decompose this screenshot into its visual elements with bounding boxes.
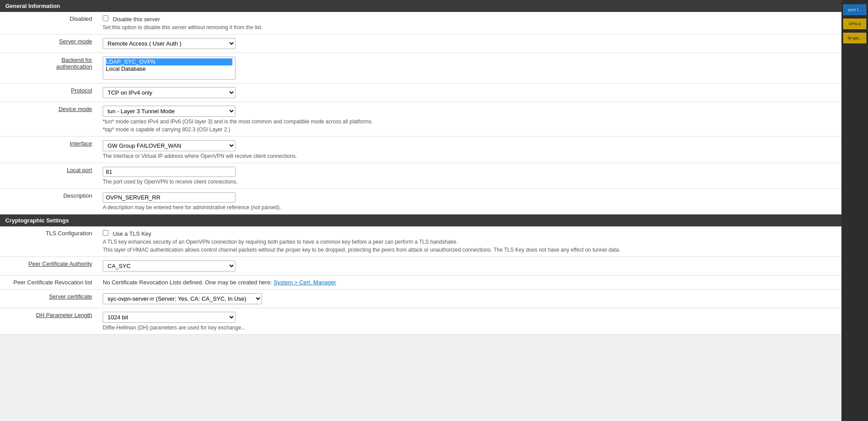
device-mode-value: tun - Layer 3 Tunnel Mode tap - Layer 2 … <box>97 102 856 137</box>
tls-config-row: TLS Configuration Use a TLS Key A TLS ke… <box>0 226 856 257</box>
server-cert-label-text: Server certificate <box>49 293 92 300</box>
local-port-label-text: Local port <box>67 167 92 173</box>
backend-auth-label: Backend forauthentication <box>0 53 97 84</box>
server-cert-value: syc-ovpn-server-rr (Server: Yes, CA: CA_… <box>97 290 856 308</box>
protocol-label-text: Protocol <box>71 87 92 94</box>
peer-cert-revocation-value: No Certificate Revocation Lists defined.… <box>97 276 856 290</box>
cert-manager-link[interactable]: System > Cert. Manager <box>274 279 336 286</box>
server-mode-row: Server mode Remote Access ( User Auth ) … <box>0 34 856 53</box>
server-cert-select[interactable]: syc-ovpn-server-rr (Server: Yes, CA: CA_… <box>103 293 262 304</box>
backend-auth-select[interactable]: LDAP_SYC_OVPN Local Database <box>103 57 235 80</box>
peer-ca-value: CA_SYC <box>97 257 856 276</box>
server-cert-row: Server certificate syc-ovpn-server-rr (S… <box>0 290 856 308</box>
disabled-checkbox-label[interactable]: Disable this server <box>103 16 160 23</box>
interface-select[interactable]: GW Group FAILOVER_WAN WAN LAN <box>103 140 235 151</box>
tls-config-checkbox[interactable] <box>103 230 108 236</box>
protocol-value: TCP on IPv4 only UDP on IPv4 only TCP on… <box>97 84 856 102</box>
local-port-value: The port used by OpenVPN to receive clie… <box>97 163 856 189</box>
description-label: Description <box>0 189 97 214</box>
local-port-row: Local port The port used by OpenVPN to r… <box>0 163 856 189</box>
backend-auth-row: Backend forauthentication LDAP_SYC_OVPN … <box>0 53 856 84</box>
disabled-checkbox-text: Disable this server <box>113 16 160 23</box>
dh-param-row: DH Parameter Length 1024 bit 2048 bit 40… <box>0 308 856 335</box>
taskbar-item-fw-gat[interactable]: fw-gat... <box>843 33 866 43</box>
description-help: A description may be entered here for ad… <box>103 204 850 210</box>
peer-ca-label-text: Peer Certificate Authority <box>28 260 92 267</box>
device-mode-help1: *tun* mode carries IPv4 and IPv6 (OSI la… <box>103 119 850 125</box>
local-port-label: Local port <box>0 163 97 189</box>
peer-cert-revocation-label: Peer Certificate Revocation list <box>0 276 97 290</box>
peer-ca-label: Peer Certificate Authority <box>0 257 97 276</box>
peer-cert-revocation-text: No Certificate Revocation Lists defined.… <box>103 279 274 286</box>
backend-auth-option-ldap[interactable]: LDAP_SYC_OVPN <box>106 58 232 65</box>
disabled-row: Disabled Disable this server Set this op… <box>0 12 856 34</box>
description-input[interactable] <box>103 192 235 203</box>
backend-auth-value: LDAP_SYC_OVPN Local Database <box>97 53 856 84</box>
description-row: Description A description may be entered… <box>0 189 856 214</box>
dh-param-value: 1024 bit 2048 bit 4096 bit Diffie-Hellma… <box>97 308 856 335</box>
backend-auth-option-local[interactable]: Local Database <box>106 65 232 73</box>
device-mode-help2: *tap* mode is capable of carrying 802.3 … <box>103 126 850 133</box>
general-info-table: Disabled Disable this server Set this op… <box>0 12 856 214</box>
device-mode-row: Device mode tun - Layer 3 Tunnel Mode ta… <box>0 102 856 137</box>
protocol-select[interactable]: TCP on IPv4 only UDP on IPv4 only TCP on… <box>103 87 235 98</box>
server-mode-value: Remote Access ( User Auth ) Remote Acces… <box>97 34 856 53</box>
description-value: A description may be entered here for ad… <box>97 189 856 214</box>
disabled-label: Disabled <box>0 12 97 34</box>
disabled-help: Set this option to disable this server w… <box>103 24 850 31</box>
interface-help: The interface or Virtual IP address wher… <box>103 153 850 159</box>
dh-param-label: DH Parameter Length <box>0 308 97 335</box>
server-mode-label: Server mode <box>0 34 97 53</box>
crypto-settings-table: TLS Configuration Use a TLS Key A TLS ke… <box>0 226 856 335</box>
tls-config-value: Use a TLS Key A TLS key enhances securit… <box>97 226 856 257</box>
disabled-value: Disable this server Set this option to d… <box>97 12 856 34</box>
backend-auth-label-text: Backend forauthentication <box>56 57 92 70</box>
main-content: General Information Disabled Disable thi… <box>0 0 856 421</box>
dh-param-label-text: DH Parameter Length <box>36 312 92 318</box>
local-port-input[interactable] <box>103 167 235 177</box>
local-port-help: The port used by OpenVPN to receive clie… <box>103 179 850 185</box>
tls-config-help2: This layer of HMAC authentication allows… <box>103 247 850 253</box>
interface-label: Interface <box>0 137 97 163</box>
dh-param-help: Diffie-Hellman (DH) parameters are used … <box>103 325 850 331</box>
peer-cert-revocation-row: Peer Certificate Revocation list No Cert… <box>0 276 856 290</box>
protocol-row: Protocol TCP on IPv4 only UDP on IPv4 on… <box>0 84 856 102</box>
interface-label-text: Interface <box>69 140 92 147</box>
device-mode-label: Device mode <box>0 102 97 137</box>
dh-param-select[interactable]: 1024 bit 2048 bit 4096 bit <box>103 312 235 323</box>
device-mode-label-text: Device mode <box>58 106 92 112</box>
crypto-settings-header: Cryptographic Settings <box>0 214 856 226</box>
peer-ca-row: Peer Certificate Authority CA_SYC <box>0 257 856 276</box>
protocol-label: Protocol <box>0 84 97 102</box>
taskbar-item-vpn-s[interactable]: VPN-S <box>843 19 866 29</box>
form-container: General Information Disabled Disable thi… <box>0 0 856 335</box>
general-info-header: General Information <box>0 0 856 12</box>
disabled-checkbox[interactable] <box>103 15 108 21</box>
server-cert-label: Server certificate <box>0 290 97 308</box>
server-mode-label-text: Server mode <box>59 38 92 45</box>
server-mode-select[interactable]: Remote Access ( User Auth ) Remote Acces… <box>103 38 235 49</box>
tls-config-label: TLS Configuration <box>0 226 97 257</box>
interface-row: Interface GW Group FAILOVER_WAN WAN LAN … <box>0 137 856 163</box>
taskbar: pure f... VPN-S fw-gat... <box>841 0 868 421</box>
taskbar-item-pure-fw[interactable]: pure f... <box>843 4 866 15</box>
tls-config-checkbox-label[interactable]: Use a TLS Key <box>103 230 151 237</box>
peer-ca-select[interactable]: CA_SYC <box>103 260 235 272</box>
interface-value: GW Group FAILOVER_WAN WAN LAN The interf… <box>97 137 856 163</box>
tls-config-help1: A TLS key enhances security of an OpenVP… <box>103 239 850 245</box>
tls-config-checkbox-text: Use a TLS Key <box>113 230 151 237</box>
device-mode-select[interactable]: tun - Layer 3 Tunnel Mode tap - Layer 2 … <box>103 106 235 117</box>
